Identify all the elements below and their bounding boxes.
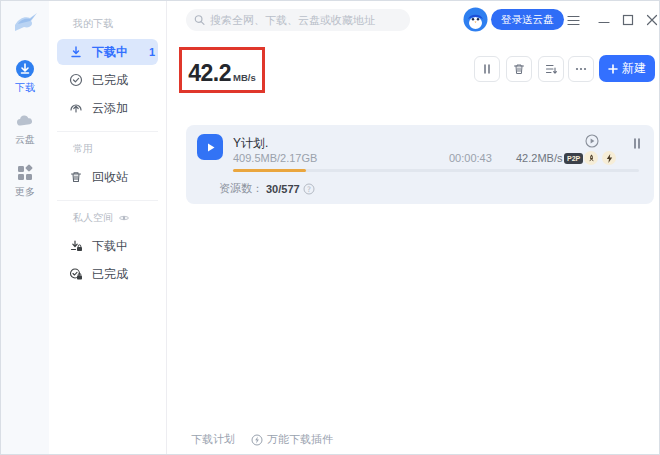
sidebar-item-label: 下载中 [92, 238, 128, 255]
footer-bar: 下载计划 万能下载插件 [191, 432, 333, 447]
sidebar-item-private-completed[interactable]: 已完成 [57, 261, 158, 287]
download-arrow-icon [69, 45, 83, 59]
sidebar-divider [57, 131, 158, 132]
search-input[interactable] [210, 14, 402, 26]
sidebar-item-cloud-add[interactable]: 云添加 [57, 95, 158, 121]
app-logo-icon [10, 9, 40, 39]
pause-all-button[interactable] [474, 56, 500, 82]
p2p-badge: P2P [564, 153, 583, 164]
sort-list-icon [545, 63, 557, 75]
trash-icon [513, 63, 525, 75]
close-icon [646, 14, 658, 26]
resources-label: 资源数： [219, 181, 263, 196]
sidebar-item-completed[interactable]: 已完成 [57, 67, 158, 93]
eye-icon[interactable] [118, 212, 130, 224]
rail-item-label: 下载 [15, 81, 35, 95]
play-circle-icon [585, 134, 599, 148]
task-thumbnail[interactable] [197, 134, 223, 160]
sidebar-item-recycle-bin[interactable]: 回收站 [57, 164, 158, 190]
section-label: 我的下载 [73, 17, 113, 31]
sort-button[interactable] [538, 56, 564, 82]
cloud-add-icon [69, 101, 83, 115]
help-icon[interactable]: ? [303, 183, 315, 195]
sidebar-item-label: 云添加 [92, 100, 128, 117]
download-circle-icon [15, 59, 35, 79]
menu-button[interactable] [565, 12, 581, 28]
sidebar-item-private-downloading[interactable]: 下载中 [57, 233, 158, 259]
primary-rail: 下载 云盘 更多 [1, 1, 49, 455]
pause-icon [632, 138, 642, 149]
lightning-icon [606, 154, 613, 163]
login-label: 登录送云盘 [501, 13, 554, 27]
sidebar-section-common: 常用 [73, 142, 166, 156]
downloading-count: 1 [149, 46, 155, 58]
sidebar-item-label: 已完成 [92, 72, 128, 89]
sidebar-item-label: 已完成 [92, 266, 128, 283]
task-title: Y计划. [233, 135, 268, 152]
maximize-icon [622, 14, 634, 26]
download-plan-link[interactable]: 下载计划 [191, 432, 235, 447]
hamburger-icon [567, 15, 580, 26]
cloud-icon [15, 111, 35, 131]
search-bar[interactable] [186, 9, 410, 31]
pause-task-button[interactable] [632, 135, 642, 153]
close-button[interactable] [644, 12, 660, 28]
check-circle-icon [69, 73, 83, 87]
progress-bar [233, 169, 639, 172]
resources-value: 30/577 [266, 183, 300, 195]
lightning-boost-badge[interactable] [602, 151, 616, 165]
rail-item-more[interactable]: 更多 [15, 163, 35, 199]
task-time-remaining: 00:00:43 [449, 152, 492, 164]
rocket-boost-badge[interactable] [584, 151, 598, 165]
new-task-button[interactable]: 新建 [599, 55, 655, 82]
download-task-card[interactable]: Y计划. 409.5MB/2.17GB 00:00:43 42.2MB/s P2… [186, 125, 654, 204]
rail-item-download[interactable]: 下载 [15, 59, 35, 95]
sidebar-section-private: 私人空间 [73, 211, 166, 225]
sidebar-item-label: 下载中 [92, 44, 128, 61]
new-task-label: 新建 [622, 60, 646, 77]
sidebar-item-label: 回收站 [92, 169, 128, 186]
rocket-icon [587, 154, 596, 163]
login-button[interactable]: 登录送云盘 [491, 9, 564, 30]
grid-more-icon [15, 163, 35, 183]
more-button[interactable] [568, 56, 594, 82]
section-label: 常用 [73, 142, 93, 156]
play-task-button[interactable] [585, 134, 599, 152]
sidebar: 我的下载 下载中 1 已完成 云添加 常用 [49, 1, 167, 455]
plus-icon [608, 64, 618, 74]
ellipsis-icon [575, 67, 587, 71]
trash-icon [69, 170, 83, 184]
plugin-icon [251, 434, 263, 446]
pause-icon [482, 64, 492, 74]
minimize-icon [598, 14, 610, 26]
download-lock-icon [69, 239, 83, 253]
rail-item-label: 更多 [15, 185, 35, 199]
minimize-button[interactable] [596, 12, 612, 28]
rail-item-cloud[interactable]: 云盘 [15, 111, 35, 147]
check-lock-icon [69, 267, 83, 281]
play-icon [205, 142, 216, 153]
universal-plugin-label: 万能下载插件 [267, 432, 333, 447]
speed-annotation-box: 42.2 MB/s [179, 47, 265, 93]
progress-fill [233, 169, 306, 172]
sidebar-item-downloading[interactable]: 下载中 1 [57, 39, 158, 65]
task-speed: 42.2MB/s [516, 152, 562, 164]
maximize-button[interactable] [620, 12, 636, 28]
universal-plugin-link[interactable]: 万能下载插件 [251, 432, 333, 447]
app-window: 下载 云盘 更多 我的下载 [0, 0, 660, 455]
rail-item-label: 云盘 [15, 133, 35, 147]
download-plan-label: 下载计划 [191, 432, 235, 447]
avatar[interactable] [463, 7, 488, 32]
svg-text:?: ? [307, 184, 311, 193]
speed-unit: MB/s [233, 72, 256, 83]
delete-button[interactable] [506, 56, 532, 82]
task-size: 409.5MB/2.17GB [233, 152, 317, 164]
resources-line: 资源数： 30/577 ? [219, 181, 315, 196]
section-label: 私人空间 [73, 211, 113, 225]
search-icon [194, 14, 205, 26]
rail-nav: 下载 云盘 更多 [15, 59, 35, 199]
sidebar-section-my-downloads: 我的下载 [73, 17, 166, 31]
sidebar-divider [57, 200, 158, 201]
main-panel: 登录送云盘 42.2 MB/s [167, 1, 659, 454]
speed-value: 42.2 [188, 60, 231, 87]
